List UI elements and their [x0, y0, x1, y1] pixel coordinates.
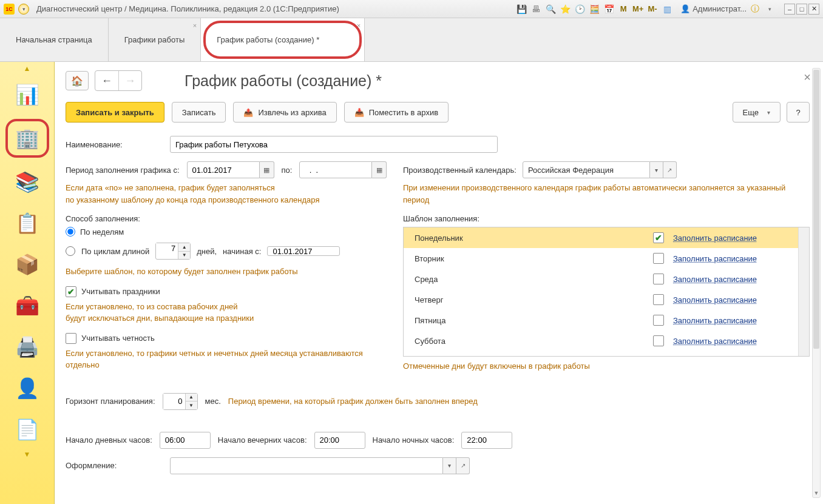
- radio-label: По циклам длиной: [81, 247, 149, 256]
- eve-start-input[interactable]: [314, 432, 365, 449]
- period-to-input[interactable]: [299, 161, 372, 178]
- close-icon[interactable]: ×: [193, 22, 197, 29]
- dropdown-icon[interactable]: ▾: [650, 161, 663, 178]
- user-name: Администрат...: [693, 4, 747, 13]
- back-button[interactable]: ←: [95, 71, 118, 90]
- grid-scrollbar[interactable]: [798, 227, 809, 356]
- parity-checkbox[interactable]: Учитывать четность: [66, 333, 387, 344]
- fill-schedule-link[interactable]: Заполнить расписание: [673, 254, 757, 263]
- extract-archive-button[interactable]: 📤Извлечь из архива: [233, 102, 336, 123]
- sidebar-item-cashbox[interactable]: 🖨️: [9, 330, 46, 364]
- home-button[interactable]: 🏠: [66, 71, 89, 90]
- table-row[interactable]: ВоскресеньеЗаполнить расписание: [404, 351, 809, 356]
- fill-schedule-link[interactable]: Заполнить расписание: [673, 337, 757, 346]
- day-checkbox[interactable]: [653, 253, 664, 264]
- sidebar-item-help[interactable]: 📋: [9, 206, 46, 240]
- day-start-input[interactable]: [160, 432, 211, 449]
- day-checkbox[interactable]: [653, 335, 664, 346]
- page-close-button[interactable]: ×: [804, 70, 811, 84]
- m-button[interactable]: M: [617, 3, 629, 15]
- content-scrollbar[interactable]: ▲ ▼: [812, 68, 821, 498]
- save-button[interactable]: Записать: [172, 102, 226, 123]
- user-label[interactable]: 👤 Администрат...: [680, 4, 747, 13]
- tab-label: Начальная страница: [16, 35, 92, 44]
- night-start-input[interactable]: [461, 432, 512, 449]
- history-icon[interactable]: 🕑: [574, 3, 586, 15]
- spin-down[interactable]: ▼: [178, 251, 190, 260]
- preview-icon[interactable]: 🔍: [544, 3, 557, 15]
- fill-schedule-link[interactable]: Заполнить расписание: [673, 295, 757, 304]
- sidebar-up-arrow[interactable]: ▲: [24, 64, 31, 74]
- radio-by-weeks[interactable]: По неделям: [66, 227, 387, 237]
- day-checkbox[interactable]: [653, 294, 664, 305]
- period-from-input[interactable]: [187, 161, 260, 178]
- sidebar-item-staff[interactable]: 👤: [9, 371, 46, 405]
- open-icon[interactable]: ↗: [456, 457, 470, 474]
- cycle-start-input[interactable]: [267, 246, 340, 256]
- help-button[interactable]: ?: [787, 102, 810, 123]
- calendar-icon[interactable]: ▦: [372, 161, 387, 178]
- table-row[interactable]: ПятницаЗаполнить расписание: [404, 310, 809, 331]
- save-and-close-button[interactable]: Записать и закрыть: [66, 102, 164, 123]
- panels-icon[interactable]: ▥: [661, 3, 673, 15]
- name-input[interactable]: [170, 136, 498, 153]
- horizon-input[interactable]: [163, 394, 185, 409]
- favorite-icon[interactable]: ⭐: [559, 3, 571, 15]
- info-icon[interactable]: ⓘ: [749, 3, 761, 15]
- tab-start-page[interactable]: Начальная страница: [0, 18, 109, 61]
- more-button[interactable]: Еще: [733, 102, 781, 123]
- sidebar-item-docs[interactable]: 📄: [9, 412, 46, 446]
- day-checkbox[interactable]: ✔: [653, 232, 664, 243]
- spin-up[interactable]: ▲: [186, 394, 197, 402]
- sidebar-item-medkit[interactable]: 🧰: [9, 289, 46, 323]
- calendar-icon[interactable]: ▦: [260, 161, 274, 178]
- day-checkbox[interactable]: [653, 274, 664, 284]
- archive-button[interactable]: 📥Поместить в архив: [344, 102, 449, 123]
- close-window-button[interactable]: ✕: [808, 4, 819, 15]
- radio-by-cycles[interactable]: По циклам длиной ▲▼ дней, начиная с:: [66, 243, 387, 260]
- spin-up[interactable]: ▲: [178, 243, 190, 251]
- horizon-spinner[interactable]: ▲▼: [163, 393, 198, 410]
- m-minus-button[interactable]: M-: [646, 3, 659, 15]
- calendar-icon[interactable]: 📅: [603, 3, 615, 15]
- sidebar-item-box[interactable]: 📦: [9, 247, 46, 281]
- tab-schedule-create[interactable]: График работы (создание) * ×: [201, 18, 365, 61]
- sidebar-item-catalogs[interactable]: 📚: [9, 165, 46, 199]
- radio-input[interactable]: [66, 246, 75, 256]
- save-icon[interactable]: 💾: [515, 3, 527, 15]
- cycle-days-input[interactable]: [156, 243, 178, 253]
- cycle-days-spinner[interactable]: ▲▼: [155, 243, 191, 260]
- scroll-down-icon[interactable]: ▼: [813, 489, 820, 497]
- table-row[interactable]: СубботаЗаполнить расписание: [404, 331, 809, 351]
- fill-schedule-link[interactable]: Заполнить расписание: [673, 316, 757, 325]
- print-icon[interactable]: 🖶: [530, 3, 542, 15]
- table-row[interactable]: ЧетвергЗаполнить расписание: [404, 289, 809, 310]
- sidebar-item-chart[interactable]: 📊: [9, 78, 46, 112]
- maximize-button[interactable]: □: [796, 4, 807, 15]
- holidays-checkbox[interactable]: ✔ Учитывать праздники: [66, 286, 387, 297]
- table-row[interactable]: Понедельник✔Заполнить расписание: [404, 227, 809, 248]
- minimize-button[interactable]: –: [784, 4, 795, 15]
- info-dd-icon[interactable]: ▾: [764, 3, 776, 15]
- tab-schedules[interactable]: Графики работы×: [109, 18, 201, 61]
- table-row[interactable]: ВторникЗаполнить расписание: [404, 248, 809, 269]
- dropdown-icon[interactable]: ▾: [443, 457, 456, 474]
- app-menu-dropdown[interactable]: ▾: [18, 4, 29, 15]
- forward-button[interactable]: →: [118, 71, 141, 90]
- sidebar-item-org[interactable]: 🏢: [5, 119, 49, 158]
- spin-down[interactable]: ▼: [186, 401, 197, 409]
- period-note: Если дата «по» не заполнена, график буде…: [66, 182, 387, 206]
- design-select[interactable]: [170, 457, 443, 474]
- calendar-select[interactable]: Российская Федерация: [523, 161, 650, 178]
- fill-schedule-link[interactable]: Заполнить расписание: [673, 234, 757, 243]
- fill-schedule-link[interactable]: Заполнить расписание: [673, 275, 757, 284]
- table-row[interactable]: СредаЗаполнить расписание: [404, 269, 809, 289]
- open-icon[interactable]: ↗: [663, 161, 677, 178]
- scroll-thumb[interactable]: [813, 70, 819, 349]
- calculator-icon[interactable]: 🧮: [588, 3, 600, 15]
- sidebar-down-arrow[interactable]: ▼: [24, 450, 31, 460]
- day-checkbox[interactable]: [653, 315, 664, 326]
- radio-input[interactable]: [66, 227, 75, 237]
- close-icon[interactable]: ×: [357, 22, 361, 29]
- m-plus-button[interactable]: M+: [632, 3, 644, 15]
